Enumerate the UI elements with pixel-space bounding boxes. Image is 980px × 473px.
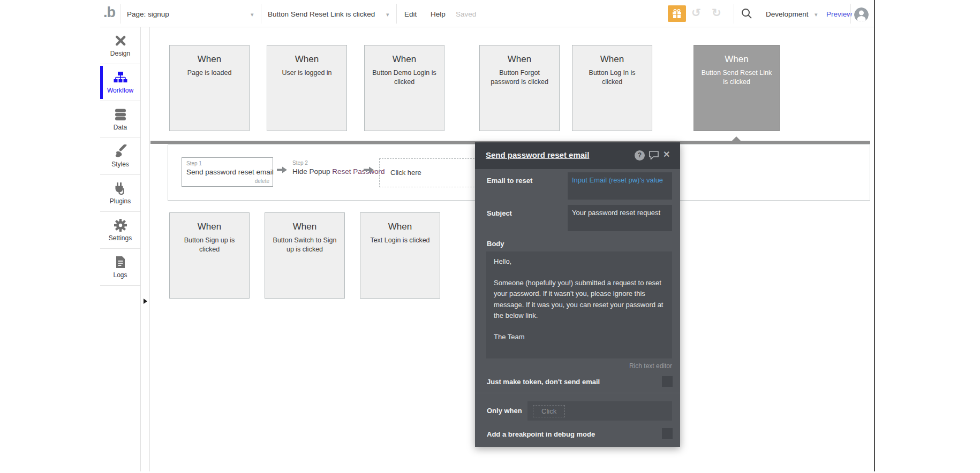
- subject-field[interactable]: Your password reset request: [568, 205, 672, 231]
- email-to-reset-label: Email to reset: [487, 177, 532, 185]
- event-card-when: When: [170, 54, 249, 65]
- help-icon[interactable]: ?: [635, 150, 645, 161]
- email-to-reset-field[interactable]: Input Email (reset pw)'s value: [568, 172, 672, 200]
- step-delete-link[interactable]: delete: [255, 178, 269, 184]
- divider: [475, 393, 680, 393]
- divider: [396, 4, 397, 24]
- document-icon: [114, 255, 127, 269]
- body-label: Body: [487, 240, 504, 248]
- selected-event-pointer: [732, 136, 741, 141]
- only-when-field[interactable]: Click: [527, 401, 672, 421]
- close-icon[interactable]: ✕: [663, 149, 670, 159]
- gift-icon: [672, 9, 682, 19]
- gear-icon: [114, 218, 127, 232]
- arrow-right-icon: [277, 166, 288, 174]
- help-menu[interactable]: Help: [431, 10, 446, 18]
- divider: [261, 4, 261, 24]
- popup-title[interactable]: Send password reset email: [486, 150, 589, 159]
- preview-link[interactable]: Preview: [826, 10, 852, 18]
- only-when-click-placeholder[interactable]: Click: [533, 405, 565, 417]
- sidebar-item-label: Plugins: [110, 197, 131, 205]
- event-card-title: Button Send Reset Link is clicked: [694, 68, 779, 87]
- comment-bubble-icon[interactable]: [649, 150, 659, 161]
- plug-icon: [114, 181, 127, 195]
- sidebar-item-label: Settings: [109, 234, 132, 242]
- gift-button[interactable]: [668, 5, 686, 22]
- event-card-page-is-loaded[interactable]: When Page is loaded: [169, 45, 250, 131]
- chevron-down-icon: ▾: [386, 11, 389, 18]
- sidebar-item-plugins[interactable]: Plugins: [100, 175, 140, 212]
- database-icon: [114, 108, 127, 121]
- event-card-title: Button Sign up is clicked: [170, 236, 249, 254]
- sidebar-item-label: Data: [114, 124, 127, 131]
- sidebar-item-label: Design: [110, 50, 130, 57]
- event-card-when: When: [170, 222, 249, 232]
- edit-menu[interactable]: Edit: [404, 10, 417, 18]
- divider: [734, 4, 734, 24]
- event-card-title: Button Log In is clicked: [572, 68, 652, 87]
- event-card-send-reset-link-selected[interactable]: When Button Send Reset Link is clicked: [693, 45, 780, 131]
- event-card-when: When: [365, 54, 444, 65]
- event-card-title: Button Forgot password is clicked: [480, 68, 559, 87]
- sidebar-gutter: [141, 27, 150, 471]
- sidebar-item-settings[interactable]: Settings: [100, 212, 140, 249]
- just-make-token-checkbox[interactable]: [662, 376, 673, 387]
- design-tools-icon: [114, 34, 127, 48]
- divider: [120, 4, 120, 24]
- sidebar-item-data[interactable]: Data: [100, 101, 140, 138]
- environment-label: Development: [766, 10, 809, 18]
- sidebar-item-workflow[interactable]: Workflow: [100, 64, 140, 101]
- redo-button[interactable]: ↻: [712, 6, 721, 19]
- add-action-label: Click here: [390, 169, 421, 177]
- search-icon: [741, 7, 753, 20]
- event-card-log-in[interactable]: When Button Log In is clicked: [572, 45, 652, 131]
- workflow-canvas[interactable]: When Page is loaded When User is logged …: [150, 27, 874, 471]
- sidebar-item-design[interactable]: Design: [100, 27, 140, 64]
- event-card-switch-to-sign-up[interactable]: When Button Switch to Sign up is clicked: [265, 212, 345, 299]
- step-1-card[interactable]: Step 1 Send password reset email delete: [182, 157, 273, 187]
- event-card-when: When: [267, 54, 346, 65]
- event-card-when: When: [265, 222, 344, 232]
- breakpoint-label: Add a breakpoint in debug mode: [487, 430, 595, 438]
- event-card-when: When: [360, 222, 440, 232]
- arrow-right-icon: [364, 166, 374, 174]
- event-card-when: When: [694, 54, 779, 65]
- event-card-demo-login[interactable]: When Button Demo Login is clicked: [364, 45, 444, 131]
- step-title-element: Reset Password: [332, 167, 385, 176]
- body-field[interactable]: Hello, Someone (hopefully you!) submitte…: [486, 251, 672, 358]
- saved-status: Saved: [456, 10, 476, 18]
- sidebar-item-label: Logs: [113, 271, 127, 279]
- event-card-title: User is logged in: [267, 68, 346, 78]
- popup-header[interactable]: Send password reset email ? ✕: [475, 142, 680, 169]
- paintbrush-icon: [114, 144, 127, 158]
- top-toolbar: .b Page: signup ▾ Button Send Reset Link…: [100, 0, 874, 27]
- event-card-title: Button Demo Login is clicked: [365, 68, 444, 87]
- step-number: Step 1: [186, 161, 202, 166]
- add-action-button[interactable]: Click here: [379, 158, 483, 187]
- only-when-label: Only when: [487, 407, 522, 415]
- event-card-user-logged-in[interactable]: When User is logged in: [267, 45, 347, 131]
- expand-panel-toggle[interactable]: [144, 299, 147, 304]
- event-card-forgot-password[interactable]: When Button Forgot password is clicked: [479, 45, 560, 131]
- user-avatar[interactable]: [854, 7, 869, 22]
- user-avatar-icon: [854, 7, 869, 22]
- left-sidebar: Design Workflow Data: [100, 27, 141, 471]
- event-card-sign-up[interactable]: When Button Sign up is clicked: [169, 212, 250, 299]
- event-selector-label: Button Send Reset Link is clicked: [268, 10, 375, 18]
- search-button[interactable]: [741, 7, 753, 22]
- workflow-sitemap-icon: [114, 71, 127, 85]
- event-card-title: Button Switch to Sign up is clicked: [265, 236, 344, 254]
- event-card-text-login[interactable]: When Text Login is clicked: [360, 212, 440, 299]
- sidebar-item-label: Styles: [111, 161, 129, 168]
- bubble-logo[interactable]: .b: [103, 4, 115, 21]
- sidebar-item-logs[interactable]: Logs: [100, 249, 140, 286]
- chevron-down-icon: ▾: [815, 11, 818, 18]
- event-card-title: Page is loaded: [170, 68, 249, 78]
- subject-label: Subject: [487, 209, 512, 217]
- rich-text-editor-link[interactable]: Rich text editor: [629, 362, 672, 370]
- sidebar-item-styles[interactable]: Styles: [100, 138, 140, 175]
- bubble-editor-window: .b Page: signup ▾ Button Send Reset Link…: [100, 0, 875, 471]
- step-number: Step 2: [292, 160, 385, 166]
- undo-button[interactable]: ↺: [691, 6, 701, 19]
- breakpoint-checkbox[interactable]: [662, 428, 673, 439]
